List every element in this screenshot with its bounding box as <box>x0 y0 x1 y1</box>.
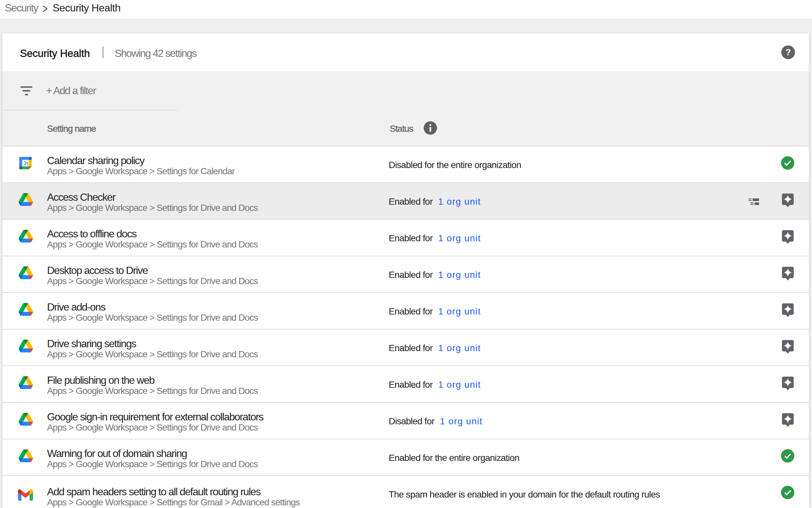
svg-text:?: ? <box>785 47 791 57</box>
